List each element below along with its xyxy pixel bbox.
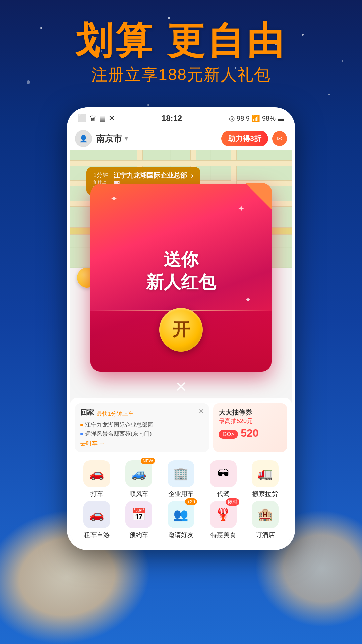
wifi-icon: 📶 <box>252 114 260 122</box>
service-rental[interactable]: 🚗 租车自游 <box>78 501 116 539</box>
sparkle-3: ✦ <box>245 295 251 305</box>
help-badge[interactable]: 助力得3折 <box>221 131 268 146</box>
phone-screen: ⬜ ♛ ▤ ✕ 18:12 ◎ 98.9 📶 98% ▬ <box>70 110 292 547</box>
overlay-close-button[interactable]: ✕ <box>175 378 187 395</box>
card-home-time: 最快1分钟上车 <box>97 410 134 418</box>
service-rideshare[interactable]: 🚙 NEW 顺风车 <box>120 460 158 498</box>
location-icon: ◎ <box>229 114 235 122</box>
lottery-amount: 最高抽520元 <box>219 417 282 425</box>
service-food[interactable]: 🦞 限时 特惠美食 <box>204 501 242 539</box>
rideshare-icon-wrap: 🚙 NEW <box>125 460 152 487</box>
alert-icon: ✕ <box>109 114 115 123</box>
service-taxi[interactable]: 🚗 打车 <box>78 460 116 498</box>
tooltip-time: 1分钟 <box>93 171 109 179</box>
notification-icon: ⬜ <box>78 114 87 123</box>
taxi-icon: 🚗 <box>83 460 110 487</box>
status-time: 18:12 <box>162 114 182 123</box>
rental-label: 租车自游 <box>84 531 110 539</box>
card-header: 回家 最快1分钟上车 <box>80 408 204 420</box>
lottery-row: GO> 520 <box>219 427 282 439</box>
lottery-amount-display: 520 <box>241 427 258 439</box>
booking-icon: 📅 <box>125 501 152 528</box>
road-h-3 <box>70 160 292 166</box>
lottery-num: 520 <box>241 427 258 439</box>
sparkle-1: ✦ <box>111 194 117 203</box>
enterprise-icon: 🏢 <box>168 460 194 487</box>
taxi-icon-wrap: 🚗 <box>83 460 110 487</box>
invite-label: 邀请好友 <box>168 531 194 539</box>
card-home-title: 回家 <box>80 408 94 417</box>
cards-row: 回家 最快1分钟上车 江宁九龙湖国际企业总部园 远洋风景名邸西苑(东南门) 去叫… <box>75 403 287 452</box>
invite-badge: +29 <box>185 498 197 505</box>
redpacket-card[interactable]: ✦ ✦ ✦ 送你 新人红包 开 <box>90 184 272 372</box>
status-icons-right: ◎ 98.9 📶 98% ▬ <box>229 114 284 122</box>
card-more-link[interactable]: 去叫车 → <box>80 440 204 447</box>
service-invite[interactable]: 👥 +29 邀请好友 <box>162 501 200 539</box>
food-icon-wrap: 🦞 限时 <box>210 501 237 528</box>
redpacket-line2: 新人红包 <box>146 271 216 294</box>
user-avatar[interactable]: 👤 <box>75 130 92 147</box>
lottery-title: 大大抽停券 <box>219 408 282 417</box>
tooltip-arrow: › <box>191 171 194 180</box>
message-icon[interactable]: ✉ <box>272 131 287 146</box>
hero-section: 划算 更自由 注册立享188元新人礼包 <box>0 20 362 86</box>
driver-label: 代驾 <box>217 490 230 498</box>
rideshare-label: 顺风车 <box>129 490 148 498</box>
food-label: 特惠美食 <box>210 531 236 539</box>
taxi-label: 打车 <box>90 490 103 498</box>
dropdown-arrow: ▼ <box>123 135 129 142</box>
redpacket-overlay: ✦ ✦ ✦ 送你 新人红包 开 <box>90 184 272 372</box>
driver-icon: 🕶 <box>210 460 237 487</box>
booking-icon-wrap: 📅 <box>125 501 152 528</box>
card-close-button[interactable]: ✕ <box>196 407 206 416</box>
service-driver[interactable]: 🕶 代驾 <box>204 460 242 498</box>
signal-strength: 98.9 <box>237 115 250 122</box>
hotel-label: 订酒店 <box>256 531 275 539</box>
lottery-card[interactable]: 大大抽停券 最高抽520元 GO> 520 <box>213 403 287 452</box>
battery-pct: 98% <box>262 115 276 122</box>
phone-frame: ⬜ ♛ ▤ ✕ 18:12 ◎ 98.9 📶 98% ▬ <box>67 107 295 550</box>
lottery-go-btn[interactable]: GO> <box>219 430 238 439</box>
sim-icon: ▤ <box>99 114 106 123</box>
redpacket-text: 送你 新人红包 <box>146 248 216 293</box>
service-hotel[interactable]: 🏨 订酒店 <box>246 501 284 539</box>
map-header: 👤 南京市 ▼ 助力得3折 ✉ <box>70 127 292 150</box>
booking-label: 预约车 <box>129 531 148 539</box>
hotel-icon-wrap: 🏨 <box>252 501 279 528</box>
hotel-icon: 🏨 <box>252 501 279 528</box>
city-name-text: 南京市 <box>96 133 122 145</box>
go-home-card[interactable]: 回家 最快1分钟上车 江宁九龙湖国际企业总部园 远洋风景名邸西苑(东南门) 去叫… <box>75 403 209 452</box>
invite-icon-wrap: 👥 +29 <box>168 501 194 528</box>
hero-title: 划算 更自由 <box>0 20 362 61</box>
redpacket-line1: 送你 <box>146 248 216 271</box>
city-selector[interactable]: 南京市 ▼ <box>96 133 129 145</box>
addr2-text: 远洋风景名邸西苑(东南门) <box>85 430 152 438</box>
help-badge-text: 助力得3折 <box>228 133 261 144</box>
card-addr2: 远洋风景名邸西苑(东南门) <box>80 430 204 438</box>
service-moving[interactable]: 🚛 搬家拉货 <box>246 460 284 498</box>
service-booking[interactable]: 📅 预约车 <box>120 501 158 539</box>
moving-icon-wrap: 🚛 <box>252 460 279 487</box>
battery-icon: ▬ <box>278 115 284 122</box>
moving-label: 搬家拉货 <box>252 490 278 498</box>
addr1-text: 江宁九龙湖国际企业总部园 <box>85 421 154 429</box>
dot-blue <box>80 433 83 435</box>
sparkle-2: ✦ <box>238 204 245 213</box>
bottom-panel: 回家 最快1分钟上车 江宁九龙湖国际企业总部园 远洋风景名邸西苑(东南门) 去叫… <box>70 398 292 547</box>
redpacket-open-button[interactable]: 开 <box>159 308 203 352</box>
services-grid-row2: 🚗 租车自游 📅 预约车 👥 <box>75 501 287 542</box>
moving-icon: 🚛 <box>252 460 279 487</box>
hero-subtitle: 注册立享188元新人礼包 <box>0 64 362 86</box>
rental-icon: 🚗 <box>83 501 110 528</box>
rideshare-new-badge: NEW <box>141 458 155 464</box>
invite-icon: 👥 <box>168 501 194 528</box>
open-btn-text: 开 <box>172 318 190 341</box>
status-bar: ⬜ ♛ ▤ ✕ 18:12 ◎ 98.9 📶 98% ▬ <box>70 110 292 127</box>
status-icons-left: ⬜ ♛ ▤ ✕ <box>78 114 115 123</box>
enterprise-icon-wrap: 🏢 <box>168 460 194 487</box>
lottery-prize: 520 <box>241 427 258 439</box>
service-enterprise[interactable]: 🏢 企业用车 <box>162 460 200 498</box>
card-addr1: 江宁九龙湖国际企业总部园 <box>80 421 204 429</box>
rental-icon-wrap: 🚗 <box>83 501 110 528</box>
driver-icon-wrap: 🕶 <box>210 460 237 487</box>
